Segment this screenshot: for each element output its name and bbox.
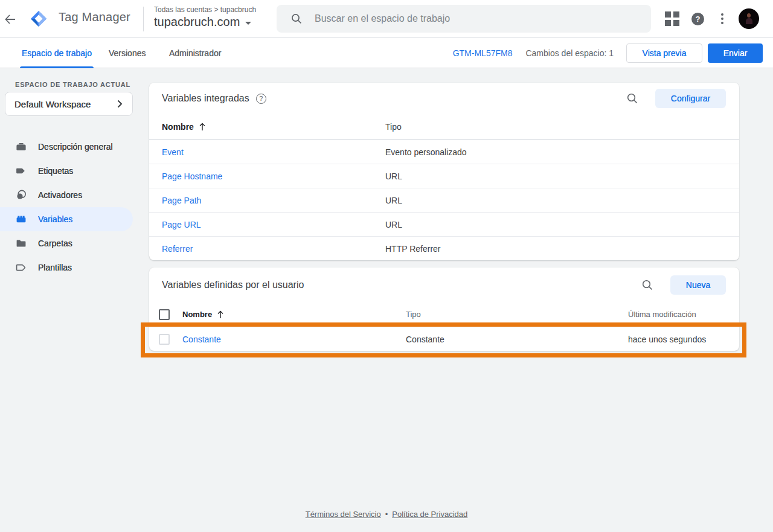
account-breadcrumb: Todas las cuentas > tupacbruch tupacbruc… [154,5,256,29]
table-row: Referrer HTTP Referrer [149,236,739,260]
workspace-switcher[interactable]: Default Workspace [5,92,133,116]
user-variables-card: Variables definidas por el usuario Nueva… [149,268,739,351]
sidebar: ESPACIO DE TRABAJO ACTUAL Default Worksp… [0,68,145,532]
builtin-help-icon[interactable]: ? [256,94,266,104]
caret-down-icon [245,22,251,25]
variable-link[interactable]: Referrer [162,244,193,254]
builtin-table-header: Nombre Tipo [149,114,739,139]
table-row: Page Hostname URL [149,164,739,188]
header-divider [143,7,144,31]
builtin-search-icon[interactable] [626,92,638,104]
tag-manager-logo-icon [31,11,47,27]
tag-icon [16,165,27,176]
variables-icon [16,214,27,225]
triggers-icon [16,190,27,200]
sidebar-item-overview[interactable]: Descripción general [0,135,133,159]
back-icon[interactable] [3,12,18,27]
row-checkbox[interactable] [159,334,170,345]
sort-asc-icon [199,123,206,131]
user-card-header: Variables definidas por el usuario Nueva [149,268,739,303]
table-row: Constante Constante hace unos segundos [149,327,739,351]
column-header-name[interactable]: Nombre [149,122,385,132]
product-title: Tag Manager [59,10,130,24]
account-name: tupacbruch.com [154,15,240,29]
chevron-right-icon [114,98,125,109]
sort-asc-icon [217,310,224,319]
tabbar-right: GTM-ML57FM8 Cambios del espacio: 1 Vista… [453,38,773,68]
search-icon [290,13,303,25]
sidebar-menu: Descripción general Etiquetas Activadore… [0,135,133,280]
variable-link[interactable]: Page URL [162,220,201,229]
current-workspace-label: ESPACIO DE TRABAJO ACTUAL [15,81,130,88]
table-row: Page URL URL [149,212,739,236]
main-tabbar: Espacio de trabajo Versiones Administrad… [0,38,773,68]
folder-icon [16,238,27,249]
sidebar-item-triggers[interactable]: Activadores [0,183,133,207]
builtin-variables-card: Variables integradas ? Configurar Nombre… [149,83,739,260]
page-footer: Términos del Servicio•Política de Privac… [0,510,773,519]
sidebar-item-templates[interactable]: Plantillas [0,255,133,280]
container-id-link[interactable]: GTM-ML57FM8 [453,48,513,58]
top-app-bar: Tag Manager Todas las cuentas > tupacbru… [0,0,773,38]
help-icon[interactable]: ? [691,13,704,25]
user-search-icon[interactable] [641,279,653,291]
tab-admin[interactable]: Administrador [169,38,221,68]
submit-button[interactable]: Enviar [708,43,763,63]
account-selector[interactable]: tupacbruch.com [154,15,256,29]
column-header-name[interactable]: Nombre [182,310,406,319]
workspace-changes-count: Cambios del espacio: 1 [525,48,614,58]
user-card-title: Variables definidas por el usuario [162,280,304,290]
templates-icon [16,262,27,273]
breadcrumb-path[interactable]: Todas las cuentas > tupacbruch [154,5,256,14]
more-options-icon[interactable] [721,13,723,26]
variable-link[interactable]: Constante [182,335,221,344]
select-all-checkbox[interactable] [159,309,170,320]
variable-link[interactable]: Page Hostname [162,171,222,181]
column-header-type[interactable]: Tipo [406,310,628,319]
search-placeholder: Buscar en el espacio de trabajo [315,13,450,24]
sidebar-item-folders[interactable]: Carpetas [0,231,133,255]
preview-button[interactable]: Vista previa [626,43,702,63]
privacy-link[interactable]: Política de Privacidad [392,510,467,519]
overview-icon [16,141,27,152]
configure-button[interactable]: Configurar [655,89,726,108]
user-table-header: Nombre Tipo Última modificación [149,303,739,327]
variable-link[interactable]: Event [162,147,184,157]
builtin-card-title: Variables integradas [162,93,249,104]
page-body: ESPACIO DE TRABAJO ACTUAL Default Worksp… [0,68,773,532]
sidebar-item-variables[interactable]: Variables [0,207,133,231]
tab-workspace[interactable]: Espacio de trabajo [22,38,92,68]
column-header-modified[interactable]: Última modificación [628,310,739,319]
apps-grid-icon[interactable] [665,11,679,26]
column-header-type[interactable]: Tipo [385,122,739,132]
new-variable-button[interactable]: Nueva [670,275,726,295]
terms-link[interactable]: Términos del Servicio [306,510,381,519]
sidebar-item-tags[interactable]: Etiquetas [0,159,133,183]
tab-versions[interactable]: Versiones [109,38,146,68]
workspace-search-input[interactable]: Buscar en el espacio de trabajo [277,5,651,33]
builtin-card-header: Variables integradas ? Configurar [149,83,739,114]
table-row: Page Path URL [149,188,739,212]
table-row: Event Evento personalizado [149,139,739,164]
workspace-name: Default Workspace [14,99,91,109]
variable-link[interactable]: Page Path [162,196,201,205]
user-avatar[interactable] [739,8,759,29]
